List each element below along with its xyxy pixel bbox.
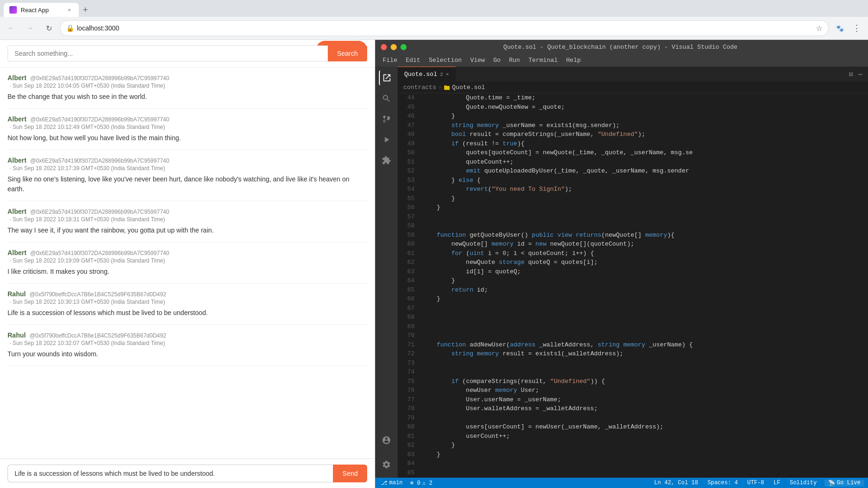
new-tab-button[interactable]: + [79,3,92,16]
menu-button[interactable]: ⋮ [849,21,864,36]
line-ending-text: LF [774,480,780,486]
spaces-text: Spaces: 4 [708,480,738,486]
line-number: 74 [401,368,415,377]
code-line [422,359,864,368]
extensions-icon[interactable] [379,153,394,168]
line-number: 63 [401,267,415,277]
vscode-maximize-button[interactable] [400,44,407,50]
tab-label: Quote.sol [404,71,437,78]
message-input[interactable] [8,465,333,482]
address-bar[interactable]: 🔒 localhost:3000 ☆ [60,20,829,36]
line-number: 48 [401,130,415,139]
line-number: 49 [401,139,415,149]
code-line: } [422,441,864,450]
quote-author: Albert [8,74,26,82]
code-line: bool result = compareStrings(_userName, … [422,130,864,139]
refresh-button[interactable]: ↻ [41,21,56,36]
code-line: newQuote storage quoteQ = quotes[i]; [422,258,864,267]
line-number: 71 [401,340,415,350]
line-number: 80 [401,422,415,432]
search-icon[interactable] [379,91,394,106]
vscode-menu-item[interactable]: Run [505,55,523,66]
search-input[interactable] [8,45,328,61]
vscode-menu-item[interactable]: Go [490,55,505,66]
line-number: 45 [401,103,415,112]
code-line: string memory _userName = exists1(msg.se… [422,121,864,130]
vscode-menu-item[interactable]: View [467,55,489,66]
vscode-close-button[interactable] [381,44,387,50]
code-editor[interactable]: 4445464748495051525354555657585960616263… [398,93,868,478]
vscode-minimize-button[interactable] [391,44,397,50]
code-line: } [422,112,864,121]
source-control-icon[interactable] [379,112,394,127]
star-icon[interactable]: ☆ [816,24,823,33]
explorer-icon[interactable] [379,70,394,85]
back-button[interactable]: ← [4,21,19,36]
more-actions-button[interactable]: ⋯ [857,69,864,79]
account-icon[interactable] [379,433,394,448]
line-number: 60 [401,240,415,249]
statusbar-branch[interactable]: ⎇ main [379,480,405,487]
code-line [422,221,864,231]
forward-button[interactable]: → [23,21,38,36]
editor-tab-close-button[interactable]: × [446,72,449,77]
quotes-list: Albert @0x6E29a57d4190f3072DA288996b99bA… [0,68,375,458]
quote-text: Turn your wounds into wisdom. [8,349,367,359]
search-button[interactable]: Search [328,45,367,61]
vscode-statusbar: ⎇ main ⊗ 0 ⚠ 2 Ln 42, Col 18 Spaces: 4 U… [375,478,868,488]
code-line [422,413,864,423]
line-number: 66 [401,294,415,304]
lock-icon: 🔒 [66,24,74,32]
statusbar-line-col[interactable]: Ln 42, Col 18 [652,480,700,486]
quote-item: Rahul @0x5f790beffcDccA7B6e1B4C525d9F635… [8,325,367,366]
line-number: 83 [401,450,415,459]
quote-item: Albert @0x6E29a57d4190f3072DA288996b99bA… [8,242,367,284]
split-editor-button[interactable]: ⊡ [847,69,854,79]
line-number: 76 [401,386,415,395]
breadcrumb-file[interactable]: Quote.sol [452,84,485,91]
quote-author-line: Albert @0x6E29a57d4190f3072DA288996b99bA… [8,249,367,256]
code-line: userCount++; [422,432,864,441]
quote-text: I like criticism. It makes you strong. [8,267,367,277]
line-number: 68 [401,313,415,322]
tab-close-button[interactable]: × [66,6,73,14]
vscode-menu-item[interactable]: Help [562,55,584,66]
statusbar-line-ending[interactable]: LF [772,480,782,486]
code-line: revert("You need To SignIn"); [422,185,864,194]
line-col-text: Ln 42, Col 18 [654,480,698,486]
statusbar-left: ⎇ main ⊗ 0 ⚠ 2 [379,480,434,487]
statusbar-language[interactable]: Solidity [788,480,819,486]
statusbar-go-live[interactable]: 📡 Go Live [824,480,864,487]
extensions-button[interactable]: 🐾 [832,21,847,36]
quote-author: Rahul [8,290,26,298]
vscode-menu-item[interactable]: Edit [402,55,424,66]
code-line [422,313,864,322]
code-line: newQuote[] memory id = new newQuote[](qu… [422,240,864,249]
send-button[interactable]: Send [333,465,367,482]
browser-tab[interactable]: React App × [4,3,79,17]
line-number: 69 [401,322,415,331]
statusbar-encoding[interactable]: UTF-8 [746,480,766,486]
vscode-menu-item[interactable]: Selection [425,55,465,66]
line-number: 78 [401,404,415,413]
editor-area: Quote.sol 2 × ⊡ ⋯ contracts › Quote.sol [398,67,868,478]
line-number: 70 [401,331,415,340]
quote-item: Albert @0x6E29a57d4190f3072DA288996b99bA… [8,201,367,242]
quote-author: Albert [8,115,26,123]
statusbar-spaces[interactable]: Spaces: 4 [706,480,740,486]
editor-tab-quote-sol[interactable]: Quote.sol 2 × [398,67,456,82]
line-number: 47 [401,121,415,130]
vscode-menu-item[interactable]: Terminal [525,55,561,66]
quote-timestamp: · Sun Sep 18 2022 10:19:09 GMT+0530 (Ind… [9,257,367,264]
settings-icon[interactable] [379,457,394,472]
breadcrumb-contracts[interactable]: contracts [403,84,436,91]
code-line [422,322,864,331]
statusbar-errors[interactable]: ⊗ 0 ⚠ 2 [408,480,434,487]
line-numbers: 4445464748495051525354555657585960616263… [398,93,418,478]
vscode-menu-item[interactable]: File [379,55,401,66]
line-number: 77 [401,395,415,405]
quote-address: @0x6E29a57d4190f3072DA288996b99bA7C95997… [30,158,169,164]
run-debug-icon[interactable] [379,132,394,147]
code-line: for (uint i = 0; i < quoteCount; i++) { [422,249,864,258]
breadcrumb-separator-1: › [438,84,442,91]
